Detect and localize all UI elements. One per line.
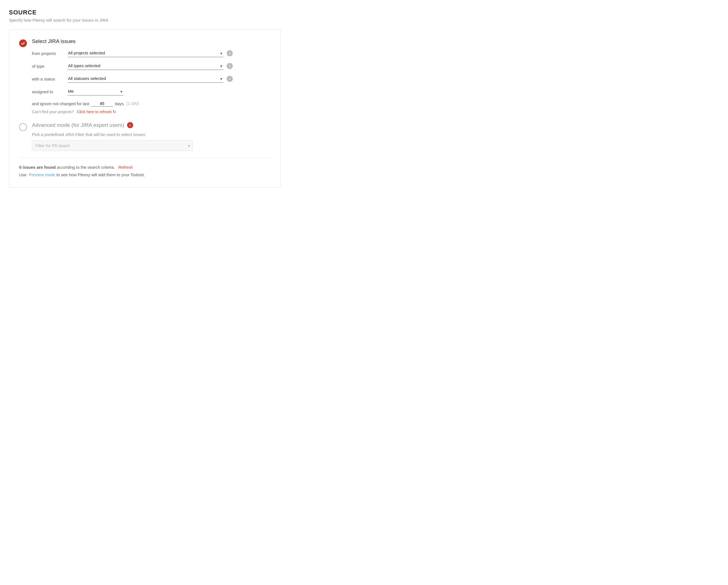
with-status-label: with a status xyxy=(32,77,68,81)
divider xyxy=(19,158,270,158)
days-input[interactable] xyxy=(91,100,113,107)
advanced-mode-description: Pick a predefined JIRA Filter that will … xyxy=(32,132,270,137)
of-type-row: of type All types selected Bug Task Stor… xyxy=(32,62,270,70)
select-jira-content: Select JIRA issues from projects All pro… xyxy=(32,38,270,115)
ignore-row: and ignore not changed for last days. (1… xyxy=(32,100,270,107)
advanced-mode-radio[interactable] xyxy=(19,123,27,131)
card: Select JIRA issues from projects All pro… xyxy=(9,29,281,187)
cant-find-row: Can't find your projects? Click here to … xyxy=(32,109,270,115)
from-projects-label: from projects xyxy=(32,51,68,56)
assigned-to-select[interactable]: Me Anyone Unassigned xyxy=(68,88,124,96)
of-type-select[interactable]: All types selected Bug Task Story xyxy=(68,62,223,70)
with-status-row: with a status All statuses selected Open… xyxy=(32,75,270,83)
of-type-label: of type xyxy=(32,64,68,69)
advanced-mode-label-text: Advanced mode (for JIRA expert users) xyxy=(32,122,124,128)
footer-preview-link[interactable]: Preview mode xyxy=(29,172,55,177)
days-range: (1-180) xyxy=(127,101,139,106)
with-status-select-wrapper: All statuses selected Open In Progress D… xyxy=(68,75,223,83)
from-projects-info-icon[interactable]: i xyxy=(227,50,233,56)
click-here-refresh-link[interactable]: Click here to refresh ↻ xyxy=(77,109,116,115)
footer-preview-text2: to see how Pleexy will add them to your … xyxy=(55,172,145,177)
refresh-icon: ↻ xyxy=(113,109,116,115)
footer-row: 0 issues are found according to the sear… xyxy=(19,163,270,178)
issues-count: 0 issues are found xyxy=(19,165,56,170)
filter-select-wrapper: Filter for PD board ▾ xyxy=(32,140,193,151)
advanced-info-icon[interactable]: i xyxy=(127,122,133,128)
from-projects-select-wrapper: All projects selected Specific projects … xyxy=(68,49,223,57)
assigned-to-select-wrapper: Me Anyone Unassigned ▾ xyxy=(68,88,124,96)
click-here-refresh-label: Click here to refresh xyxy=(77,110,111,114)
advanced-mode-content: Advanced mode (for JIRA expert users) i … xyxy=(32,122,270,151)
advanced-mode-section: Advanced mode (for JIRA expert users) i … xyxy=(19,122,270,151)
with-status-select[interactable]: All statuses selected Open In Progress D… xyxy=(68,75,223,83)
footer-preview-text: Use xyxy=(19,172,27,177)
filter-select[interactable]: Filter for PD board xyxy=(32,140,193,151)
assigned-to-label: assigned to xyxy=(32,90,68,94)
ignore-label-after: days. xyxy=(115,101,125,106)
issues-text: according to the search criteria. xyxy=(56,165,115,170)
assigned-to-row: assigned to Me Anyone Unassigned ▾ xyxy=(32,88,270,96)
select-jira-section: Select JIRA issues from projects All pro… xyxy=(19,38,270,115)
with-status-info-icon[interactable]: i xyxy=(227,76,233,82)
footer-refresh-link[interactable]: Refresh xyxy=(119,165,133,170)
advanced-mode-label: Advanced mode (for JIRA expert users) i xyxy=(32,122,270,128)
of-type-info-icon[interactable]: i xyxy=(227,63,233,69)
cant-find-text: Can't find your projects? xyxy=(32,110,74,114)
ignore-label-before: and ignore not changed for last xyxy=(32,101,89,106)
page-title: SOURCE xyxy=(9,9,719,16)
select-jira-radio[interactable] xyxy=(19,40,27,47)
from-projects-row: from projects All projects selected Spec… xyxy=(32,49,270,57)
of-type-select-wrapper: All types selected Bug Task Story ▾ xyxy=(68,62,223,70)
select-jira-label: Select JIRA issues xyxy=(32,38,270,44)
from-projects-select[interactable]: All projects selected Specific projects xyxy=(68,49,223,57)
page-subtitle: Specify how Pleexy will search for your … xyxy=(9,18,719,23)
